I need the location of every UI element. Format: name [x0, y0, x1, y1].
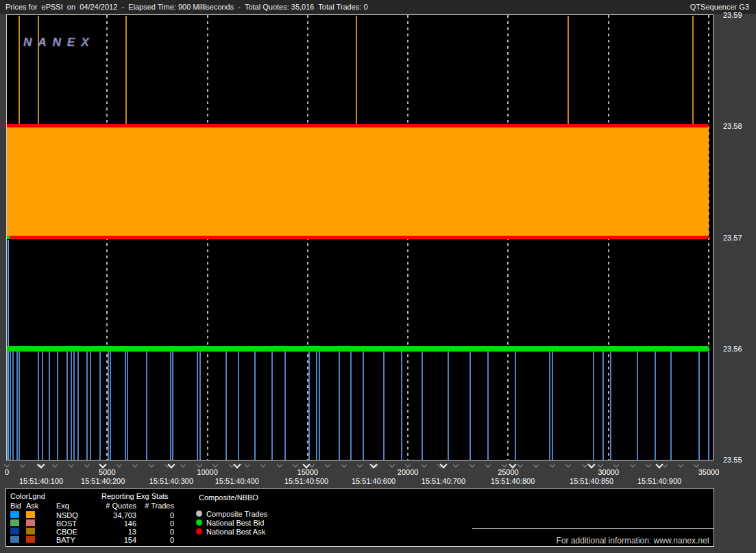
trade-count: 0	[141, 528, 174, 536]
x-axis-time-label: 15:51:40:800	[491, 477, 535, 485]
x-axis-major-tick	[509, 460, 516, 468]
exchange-name: BOST	[56, 519, 77, 528]
x-axis-minor-tick	[678, 462, 683, 467]
bid-color-swatch	[10, 519, 19, 526]
quote-count: 154	[88, 536, 136, 544]
x-axis-minor-tick	[517, 462, 523, 467]
quote-count: 146	[88, 519, 136, 528]
bid-column-header: Bid	[10, 502, 21, 510]
x-axis-time-label: 15:51:40:850	[570, 477, 613, 485]
x-axis-major-tick	[99, 460, 106, 468]
nanex-logo: NANEX	[23, 36, 95, 49]
x-axis-quote-label: 15000	[297, 468, 319, 476]
x-axis-minor-tick	[245, 462, 250, 467]
nbbo-label: Composite Trades	[206, 510, 267, 518]
x-axis-major-tick	[233, 460, 241, 468]
x-axis-minor-tick	[164, 462, 170, 467]
y-axis-label: 23.55	[723, 456, 742, 464]
nbbo-color-dot	[196, 511, 202, 517]
chart-title: Prices for ePSSI on 04/24/2012 - Elapsed…	[5, 0, 368, 14]
x-axis-time-label: 15:51:40:500	[284, 477, 328, 485]
x-axis-minor-tick	[565, 462, 571, 467]
trade-count: 0	[141, 519, 174, 528]
x-axis-minor-tick	[212, 462, 218, 467]
x-axis-minor-tick	[293, 462, 298, 467]
color-legend-title: ColorLgnd	[10, 492, 45, 500]
x-axis-major-tick	[302, 460, 310, 468]
quote-count: 34,703	[88, 511, 136, 519]
x-axis-minor-tick	[20, 462, 25, 467]
y-axis-label: 23.58	[723, 122, 742, 130]
footer-info-text: For additional information: www.nanex.ne…	[557, 536, 709, 545]
x-axis-time-label: 15:51:40:400	[215, 477, 259, 485]
x-axis-major-tick	[587, 460, 595, 468]
x-axis-minor-tick	[389, 462, 394, 467]
quote-count: 13	[88, 528, 136, 536]
stats-title: Reporting Exg Stats	[101, 492, 169, 500]
exchange-column-header: Exq	[56, 502, 69, 510]
x-axis-minor-tick	[4, 462, 10, 467]
x-axis-time-label: 15:51:40:200	[81, 477, 125, 485]
x-axis-major-tick	[439, 460, 447, 468]
x-axis-minor-tick	[421, 462, 426, 467]
legend-panel: ColorLgnd Reporting Exg Stats Bid Ask Ex…	[5, 488, 714, 547]
x-axis-minor-tick	[228, 462, 234, 467]
exchange-name: NSDQ	[56, 511, 78, 519]
x-axis-minor-tick	[581, 462, 587, 467]
x-axis-quote-label: 30000	[598, 468, 619, 476]
x-axis-minor-tick	[308, 462, 314, 467]
nbbo-title: Composite/NBBO	[199, 493, 258, 502]
y-axis-label: 23.57	[723, 234, 742, 242]
x-axis-minor-tick	[36, 462, 42, 467]
x-axis-quote-label: 0	[5, 468, 9, 476]
x-axis-minor-tick	[470, 462, 475, 467]
x-axis-minor-tick	[661, 462, 667, 467]
x-axis-minor-tick	[373, 462, 378, 467]
x-axis-major-tick	[369, 460, 377, 468]
x-axis-quote-label: 10000	[197, 468, 218, 476]
trade-count: 0	[141, 511, 174, 519]
nbbo-color-dot	[196, 528, 202, 534]
qtsequencer-window: Prices for ePSSI on 04/24/2012 - Elapsed…	[0, 0, 756, 553]
x-axis-minor-tick	[357, 462, 363, 467]
bid-color-swatch	[10, 511, 19, 518]
trade-count: 0	[141, 536, 174, 544]
x-axis-major-tick	[37, 460, 45, 468]
x-axis-minor-tick	[405, 462, 411, 467]
ask-color-swatch	[26, 511, 35, 518]
x-axis-minor-tick	[117, 462, 122, 467]
x-axis-time-label: 15:51:40:600	[352, 477, 395, 485]
ask-color-swatch	[26, 528, 35, 534]
x-axis-minor-tick	[694, 462, 699, 467]
x-axis-major-tick	[655, 460, 663, 468]
x-axis-minor-tick	[598, 462, 603, 467]
x-axis-time-label: 15:51:40:700	[422, 477, 465, 485]
trades-column-header: # Trades	[141, 502, 174, 510]
x-axis-minor-tick	[341, 462, 346, 467]
x-axis-minor-tick	[485, 462, 491, 467]
x-axis-minor-tick	[453, 462, 459, 467]
quotes-column-header: # Quotes	[88, 502, 136, 510]
x-axis-minor-tick	[630, 462, 635, 467]
x-axis-minor-tick	[437, 462, 443, 467]
x-axis-time-label: 15:51:40:300	[149, 477, 193, 485]
exchange-name: BATY	[56, 536, 75, 544]
ask-column-header: Ask	[26, 502, 38, 510]
ask-color-swatch	[26, 519, 35, 526]
app-name: QTSequencer G3	[690, 0, 749, 14]
nbbo-label: National Best Bid	[206, 519, 264, 527]
x-axis-minor-tick	[325, 462, 330, 467]
x-axis-minor-tick	[132, 462, 138, 467]
x-axis-major-tick	[167, 460, 175, 468]
x-axis-time-label: 15:51:40:900	[637, 477, 681, 485]
x-axis-minor-tick	[100, 462, 106, 467]
x-axis-quote-label: 25000	[498, 468, 519, 476]
x-axis-quote-label: 5000	[99, 468, 115, 476]
x-axis-minor-tick	[613, 462, 619, 467]
price-chart-viewport[interactable]: NANEX	[6, 14, 714, 460]
x-axis-minor-tick	[197, 462, 202, 467]
x-axis-minor-tick	[68, 462, 73, 467]
x-axis-minor-tick	[84, 462, 90, 467]
y-axis-label: 23.56	[723, 345, 742, 353]
x-axis-quote-label: 35000	[698, 468, 720, 476]
